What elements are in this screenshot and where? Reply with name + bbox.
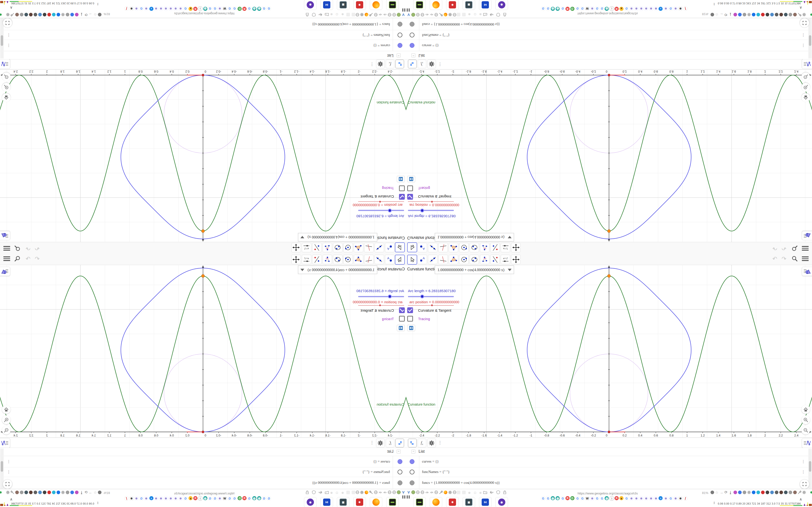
favicon-google[interactable]: G (208, 6, 212, 11)
arc-length-slider[interactable] (408, 296, 454, 297)
taskbar-tile-recorder[interactable] (386, 0, 399, 10)
download-icon[interactable]: ⭳ (79, 490, 84, 495)
favicon-flower[interactable]: ✻ (168, 496, 173, 501)
arc-length-slider-handle[interactable] (388, 294, 392, 298)
tool-slider[interactable]: a=2 (501, 243, 510, 252)
arc-position-slider[interactable] (358, 305, 404, 306)
curvature-tangent-checkbox[interactable] (399, 194, 405, 200)
favicon-flower[interactable]: ✻ (590, 6, 595, 11)
gear-icon[interactable] (6, 490, 10, 495)
row-kebab-icon[interactable]: ⋮ (7, 459, 11, 464)
tool-angle[interactable]: α (323, 243, 332, 252)
tracing-checkbox[interactable] (399, 185, 405, 191)
folder-icon[interactable] (483, 490, 487, 495)
favicon-info[interactable]: i (609, 6, 614, 11)
chevron-up-icon[interactable]: ∧ (10, 6, 12, 10)
favicon-flower[interactable]: ✻ (634, 6, 639, 11)
arc-length-slider[interactable] (408, 210, 454, 211)
fullscreen-button[interactable] (800, 479, 809, 489)
graphics-view-toggle-button[interactable] (0, 231, 10, 240)
favicon-yandex[interactable]: Я (243, 496, 247, 500)
favicon-wikipedia[interactable]: W (585, 6, 590, 11)
trash-shield-icon[interactable] (774, 490, 779, 495)
favicon-google[interactable]: G (262, 6, 266, 11)
favicon-flower[interactable]: ✻ (673, 496, 678, 501)
pencil-icon[interactable] (75, 12, 79, 17)
taskbar-tile-floppy64[interactable]: 64 (320, 0, 333, 10)
taskbar-tile-red-gear[interactable]: ✱ (446, 0, 459, 10)
translate-icon[interactable] (98, 12, 102, 17)
settings-button[interactable] (427, 60, 436, 68)
favicon-flower[interactable]: ✻ (629, 496, 633, 501)
favicon-google[interactable]: G (139, 496, 144, 501)
mouse-icon[interactable] (742, 12, 747, 17)
stylebar-kebab-icon[interactable]: ⋮ (438, 62, 442, 67)
shield-cyan-icon[interactable] (52, 12, 56, 17)
tool-perpendicular-line[interactable] (364, 243, 373, 252)
gauge-icon[interactable] (378, 490, 383, 495)
record-red-icon[interactable] (47, 12, 51, 17)
globe-icon[interactable] (416, 490, 420, 495)
tool-polygon[interactable] (449, 243, 458, 252)
taskbar-tile-recorder[interactable] (413, 497, 426, 507)
gauge-icon[interactable] (383, 490, 387, 495)
globe-icon[interactable] (355, 490, 360, 495)
favicon-wikipedia[interactable]: W (222, 6, 227, 11)
tool-reflect-about-line[interactable] (312, 255, 322, 264)
shield-cyan-icon[interactable] (52, 490, 56, 495)
globe-icon[interactable] (416, 12, 420, 17)
wrench-icon[interactable] (369, 12, 373, 17)
play-step-button[interactable] (397, 176, 405, 182)
zoom-in-button[interactable] (2, 415, 11, 424)
row-kebab-icon[interactable]: ⋮ (801, 469, 805, 474)
vimium-pin-icon[interactable]: V (406, 12, 411, 17)
wrench-icon[interactable] (797, 12, 802, 17)
gauge-icon[interactable] (425, 12, 429, 17)
chevron-up-icon[interactable]: ∧ (800, 497, 802, 501)
taskbar-tile-monitor-cam[interactable]: ▣ (337, 497, 349, 507)
ublock-icon[interactable] (29, 12, 33, 17)
favicon-flower[interactable]: ✻ (168, 6, 173, 11)
home-button[interactable] (801, 405, 810, 414)
checkbox-icon[interactable]: ▢ (336, 13, 338, 16)
algebra-view-toggle-button[interactable] (802, 438, 812, 448)
download-icon[interactable]: ⭳ (79, 12, 84, 17)
algebra-row[interactable]: curves = {}⋮ (406, 40, 812, 51)
trash-icon[interactable] (765, 12, 769, 17)
folder-icon[interactable] (483, 12, 487, 17)
tool-reflect-about-line[interactable] (490, 255, 500, 264)
favicon-flower[interactable]: ✻ (158, 6, 163, 11)
gear-icon[interactable] (360, 12, 364, 17)
ublock-icon[interactable] (29, 490, 33, 495)
gauge-icon[interactable] (378, 12, 383, 17)
favicon-yandex[interactable]: Я (194, 496, 198, 500)
checkbox-icon[interactable]: ▢ (474, 13, 476, 16)
favicon-google[interactable]: G (247, 6, 252, 11)
tool-move-graphics-view[interactable] (292, 243, 301, 252)
tool-line[interactable] (374, 255, 384, 264)
gear-icon[interactable] (747, 12, 751, 17)
favicon-flower[interactable]: ✻ (644, 6, 648, 11)
gauge-icon[interactable] (425, 490, 429, 495)
radio-icon[interactable]: ◎ (342, 491, 344, 494)
gear-icon[interactable] (747, 490, 751, 495)
trash-icon[interactable] (765, 490, 769, 495)
row-kebab-icon[interactable]: ⋮ (801, 33, 805, 38)
favicon-yandex[interactable]: Я (243, 7, 247, 11)
favicon-google[interactable]: G (580, 496, 585, 501)
algebra-row[interactable]: curves = {}⋮ (406, 456, 812, 467)
play-step-button[interactable] (407, 325, 415, 331)
double-chevron-icon[interactable]: ∧∧ (97, 3, 99, 5)
favicon-google[interactable]: G (600, 496, 604, 501)
favicon-gear[interactable]: ✱ (129, 6, 134, 11)
wrench-icon[interactable] (10, 12, 15, 17)
lock-icon[interactable] (502, 12, 507, 17)
favicon-google[interactable]: G (575, 496, 580, 501)
gear-icon[interactable] (61, 12, 65, 17)
tool-slider[interactable]: a=2 (302, 255, 311, 264)
trash-icon[interactable] (43, 12, 47, 17)
globe-gray-icon[interactable] (788, 12, 793, 17)
green-circle-icon[interactable] (397, 12, 401, 17)
globe-icon[interactable] (373, 12, 378, 17)
globe-icon[interactable] (420, 12, 424, 17)
